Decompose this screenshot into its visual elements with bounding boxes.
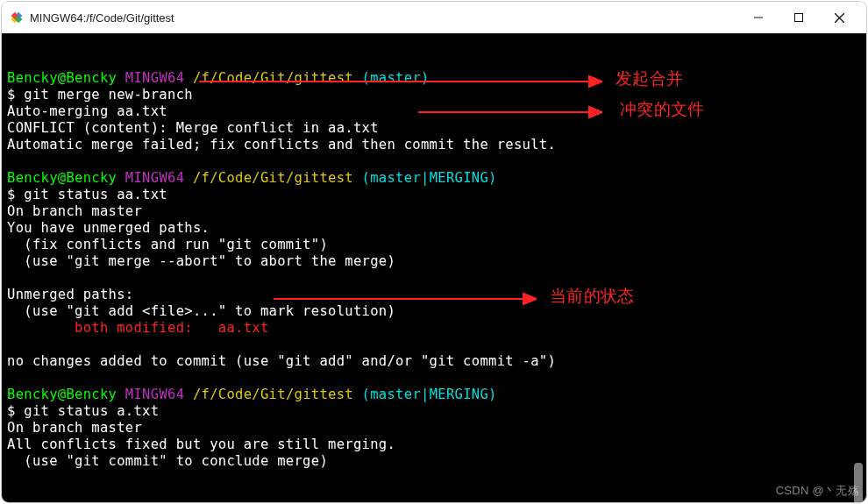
output-line: You have unmerged paths. (7, 220, 210, 236)
output-line: CONFLICT (content): Merge conflict in aa… (7, 120, 379, 136)
terminal-window: MINGW64:/f/Code/Git/gittest Bencky@Benck… (2, 2, 866, 502)
output-line: Automatic merge failed; fix conflicts an… (7, 137, 556, 153)
output-conflict-line: both modified: aa.txt (7, 320, 269, 336)
svg-marker-11 (589, 107, 602, 117)
output-line: (use "git merge --abort" to abort the me… (7, 253, 395, 269)
output-line: (fix conflicts and run "git commit") (7, 237, 328, 252)
annotation-arrow (274, 290, 537, 308)
app-icon (9, 10, 25, 25)
output-line: no changes added to commit (use "git add… (7, 353, 556, 369)
output-line: Unmerged paths: (7, 287, 133, 302)
terminal-body[interactable]: Bencky@Bencky MINGW64 /f/Code/Git/gittes… (2, 33, 866, 502)
prompt-path: /f/Code/Git/gittest (193, 170, 353, 186)
command-line: $ git merge new-branch (7, 87, 193, 103)
window-title: MINGW64:/f/Code/Git/gittest (30, 11, 738, 25)
output-line: On branch master (7, 420, 142, 436)
annotation-label: 发起合并 (615, 70, 683, 87)
window-controls (738, 4, 859, 32)
annotation-label: 冲突的文件 (620, 101, 705, 117)
prompt-host: MINGW64 (125, 170, 184, 186)
output-line: (use "git commit" to conclude merge) (7, 453, 328, 469)
output-line: Auto-merging aa.txt (7, 103, 167, 119)
command-line: $ git status aa.txt (7, 187, 167, 202)
prompt-host: MINGW64 (125, 70, 184, 86)
output-line: All conflicts fixed but you are still me… (7, 437, 395, 452)
prompt-branch: (master|MERGING) (362, 170, 497, 186)
maximize-button[interactable] (779, 4, 819, 32)
svg-marker-13 (523, 294, 537, 304)
output-line: On branch master (7, 203, 142, 219)
prompt-host: MINGW64 (125, 387, 184, 402)
prompt-user: Bencky@Bencky (7, 170, 117, 186)
prompt-user: Bencky@Bencky (7, 70, 117, 86)
annotation-arrow (418, 103, 602, 121)
prompt-branch: (master|MERGING) (362, 387, 497, 402)
close-button[interactable] (819, 4, 859, 32)
annotation-arrow (199, 73, 602, 90)
annotation-label: 当前的状态 (550, 287, 635, 304)
prompt-user: Bencky@Bencky (7, 387, 117, 402)
minimize-button[interactable] (738, 4, 779, 32)
svg-rect-5 (795, 14, 803, 22)
watermark: CSDN @丶无殇 (776, 482, 859, 499)
svg-marker-9 (589, 76, 602, 87)
prompt-path: /f/Code/Git/gittest (193, 387, 353, 402)
titlebar[interactable]: MINGW64:/f/Code/Git/gittest (2, 2, 866, 33)
command-line: $ git status a.txt (7, 403, 159, 419)
